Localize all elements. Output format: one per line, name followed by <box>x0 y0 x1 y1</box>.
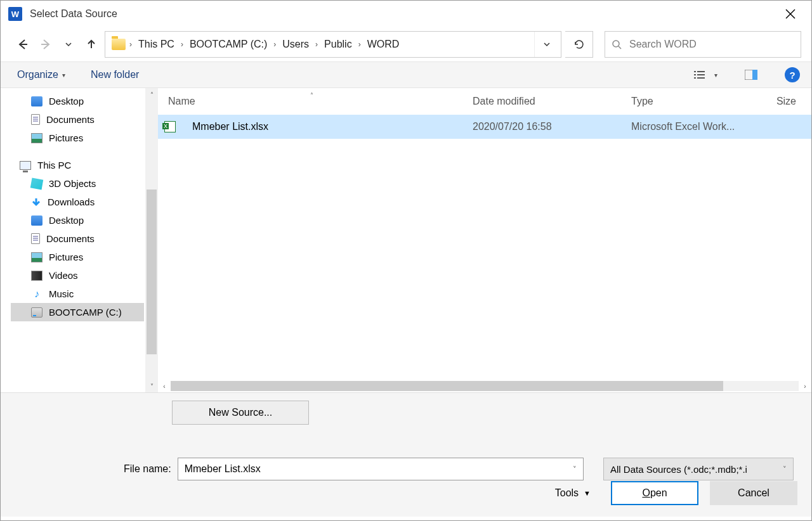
scroll-thumb[interactable] <box>147 190 157 354</box>
desktop-icon <box>31 96 43 106</box>
tree-item-documents2[interactable]: Documents <box>11 229 144 248</box>
scroll-right-button[interactable]: › <box>799 380 811 392</box>
forward-button[interactable] <box>36 35 55 54</box>
tree-item-desktop[interactable]: Desktop <box>11 92 144 110</box>
file-name: Mmeber List.xlsx <box>182 121 462 132</box>
column-type[interactable]: Type <box>621 96 754 107</box>
breadcrumb-item-this-pc[interactable]: This PC <box>136 36 177 53</box>
chevron-right-icon[interactable]: › <box>356 40 363 49</box>
tree-item-bootcamp[interactable]: BOOTCAMP (C:) <box>11 303 144 321</box>
breadcrumb-item-drive[interactable]: BOOTCAMP (C:) <box>187 36 270 53</box>
column-headers: ˄Name Date modified Type Size <box>158 88 811 115</box>
document-icon <box>31 233 40 244</box>
caret-down-icon[interactable]: ▾ <box>714 72 717 79</box>
help-button[interactable]: ? <box>785 67 800 82</box>
downloads-icon <box>31 197 41 207</box>
file-type-value: All Data Sources (*.odc;*.mdb;*.i <box>610 464 747 475</box>
breadcrumb-history-button[interactable] <box>534 32 558 57</box>
new-folder-label: New folder <box>91 69 139 80</box>
column-date[interactable]: Date modified <box>462 96 621 107</box>
tree-item-3d-objects[interactable]: 3D Objects <box>11 174 144 193</box>
refresh-button[interactable] <box>565 31 593 58</box>
breadcrumb-item-word[interactable]: WORD <box>365 36 402 53</box>
filename-combobox[interactable]: Mmeber List.xlsx ˅ <box>178 458 584 480</box>
column-name[interactable]: ˄Name <box>158 96 462 107</box>
breadcrumb[interactable]: › This PC › BOOTCAMP (C:) › Users › Publ… <box>105 31 561 58</box>
toolbar: Organize ▾ New folder ▾ ? <box>1 61 811 88</box>
breadcrumb-item-public[interactable]: Public <box>322 36 355 53</box>
chevron-down-icon <box>543 41 551 48</box>
tree-item-this-pc[interactable]: This PC <box>11 156 144 174</box>
chevron-down-icon[interactable]: ˅ <box>783 465 787 473</box>
horizontal-scrollbar[interactable]: ‹ › <box>158 380 811 392</box>
refresh-icon <box>573 39 585 50</box>
svg-rect-9 <box>697 74 705 75</box>
file-row[interactable]: Mmeber List.xlsx 2020/07/20 16:58 Micros… <box>158 115 811 139</box>
arrow-up-icon <box>86 39 96 49</box>
chevron-right-icon[interactable]: › <box>313 40 320 49</box>
list-view-icon <box>694 70 705 79</box>
chevron-right-icon[interactable]: › <box>178 40 186 49</box>
svg-rect-13 <box>752 70 757 80</box>
filename-label: File name: <box>124 463 171 475</box>
close-button[interactable] <box>776 1 805 27</box>
scroll-left-button[interactable]: ‹ <box>158 380 171 392</box>
lower-panel: New Source... File name: Mmeber List.xls… <box>1 392 811 517</box>
sidebar-scrollbar[interactable]: ˄ ˅ <box>145 88 158 392</box>
videos-icon <box>31 271 43 281</box>
search-icon <box>612 39 622 49</box>
dialog-buttons: Tools ▼ Open Cancel <box>555 481 797 505</box>
filename-row: File name: Mmeber List.xlsx ˅ <box>124 458 584 480</box>
tree-item-videos[interactable]: Videos <box>11 266 144 285</box>
organize-button[interactable]: Organize ▾ <box>17 69 65 80</box>
file-type-dropdown[interactable]: All Data Sources (*.odc;*.mdb;*.i ˅ <box>603 458 794 480</box>
search-box[interactable] <box>605 31 801 58</box>
caret-down-icon: ▼ <box>584 489 591 497</box>
svg-rect-6 <box>694 71 696 72</box>
new-folder-button[interactable]: New folder <box>91 69 139 80</box>
tree-item-desktop2[interactable]: Desktop <box>11 211 144 229</box>
tools-button[interactable]: Tools ▼ <box>555 487 591 499</box>
column-size[interactable]: Size <box>754 96 809 107</box>
title-bar: W Select Data Source <box>1 1 811 27</box>
hscroll-thumb[interactable] <box>171 381 723 391</box>
tree-item-downloads[interactable]: Downloads <box>11 193 144 211</box>
chevron-right-icon[interactable]: › <box>271 40 278 49</box>
pictures-icon <box>31 133 43 143</box>
chevron-right-icon[interactable]: › <box>127 40 134 49</box>
svg-line-5 <box>619 46 621 49</box>
tree-item-pictures2[interactable]: Pictures <box>11 248 144 266</box>
navigation-bar: › This PC › BOOTCAMP (C:) › Users › Publ… <box>1 27 811 61</box>
breadcrumb-item-users[interactable]: Users <box>280 36 311 53</box>
tree-item-documents[interactable]: Documents <box>11 110 144 129</box>
arrow-right-icon <box>40 39 51 50</box>
sort-indicator-icon: ˄ <box>310 92 313 99</box>
scroll-up-button[interactable]: ˄ <box>145 88 158 101</box>
tree-item-pictures[interactable]: Pictures <box>11 129 144 147</box>
back-button[interactable] <box>13 35 32 54</box>
close-icon <box>785 9 796 19</box>
recent-locations-button[interactable] <box>59 35 78 54</box>
view-mode-button[interactable] <box>691 67 708 83</box>
app-icon: W <box>8 7 22 21</box>
new-source-button[interactable]: New Source... <box>172 401 309 425</box>
cancel-button[interactable]: Cancel <box>710 481 797 505</box>
tree-item-music[interactable]: ♪Music <box>11 285 144 303</box>
scroll-down-button[interactable]: ˅ <box>145 380 158 392</box>
search-input[interactable] <box>629 39 794 50</box>
svg-point-4 <box>613 41 619 47</box>
open-button[interactable]: Open <box>611 481 698 505</box>
body: Desktop Documents Pictures This PC 3D Ob… <box>1 88 811 392</box>
music-icon: ♪ <box>31 289 43 299</box>
up-button[interactable] <box>82 35 101 54</box>
caret-down-icon: ▾ <box>62 72 65 79</box>
navigation-tree: Desktop Documents Pictures This PC 3D Ob… <box>1 88 158 392</box>
pc-icon <box>20 161 31 170</box>
preview-pane-button[interactable] <box>743 67 759 83</box>
svg-rect-11 <box>697 77 705 79</box>
arrow-left-icon <box>17 39 29 50</box>
desktop-icon <box>31 215 43 226</box>
preview-pane-icon <box>745 70 757 80</box>
organize-label: Organize <box>17 69 58 80</box>
chevron-down-icon[interactable]: ˅ <box>573 465 577 473</box>
